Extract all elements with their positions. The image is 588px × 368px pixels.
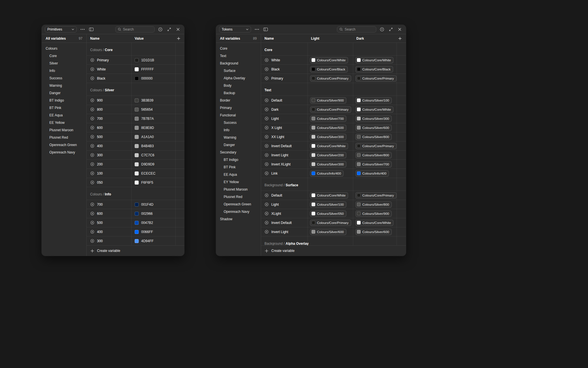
token-pill[interactable]: Colours/Core/White (310, 57, 348, 63)
sidebar-item-core[interactable]: Core (42, 52, 86, 60)
expand-button[interactable] (166, 27, 172, 32)
close-button[interactable] (175, 27, 181, 32)
sidebar-item-warning[interactable]: Warning (42, 82, 86, 89)
name-cell[interactable]: Light (261, 202, 308, 207)
variable-row[interactable]: Invert DefaultColours/Core/PrimaryColour… (261, 218, 406, 227)
name-cell[interactable]: 500 (87, 221, 131, 225)
sidebar-item-alpha-overlay[interactable]: Alpha Overlay (216, 74, 261, 82)
variable-row[interactable]: DefaultColours/Silver/900Colours/Silver/… (261, 96, 406, 105)
token-pill[interactable]: Colours/Silver/600 (310, 229, 346, 235)
all-variables-item[interactable]: All variables 89 (216, 34, 261, 43)
create-variable-button[interactable]: Create variable (261, 245, 406, 256)
sidebar-item-ee-aqua[interactable]: EE Aqua (42, 112, 86, 119)
name-cell[interactable]: Invert Default (261, 221, 308, 225)
variable-row[interactable]: 400B4B4B3 (87, 141, 184, 151)
token-pill[interactable]: Colours/Info/400 (310, 170, 343, 177)
name-cell[interactable]: 050 (87, 180, 131, 185)
name-cell[interactable]: Invert XLight (261, 162, 308, 166)
token-pill[interactable]: Colours/Silver/700 (355, 161, 392, 167)
sidebar-item-ey-yellow[interactable]: EY Yellow (216, 178, 261, 186)
token-pill[interactable]: Colours/Silver/100 (355, 97, 392, 104)
token-pill[interactable]: Colours/Silver/800 (355, 152, 392, 158)
variable-row[interactable]: XLightColours/Silver/050Colours/Silver/9… (261, 209, 406, 218)
value-cell[interactable]: B4B4B3 (131, 144, 175, 148)
token-pill[interactable]: Colours/Silver/300 (310, 134, 346, 140)
variable-row[interactable]: 9003B3B39 (87, 96, 184, 105)
sidebar-item-colours[interactable]: Colours (42, 45, 86, 52)
name-cell[interactable]: 700 (87, 202, 131, 207)
variable-row[interactable]: 700001F4D (87, 200, 184, 209)
sidebar-item-openreach-green[interactable]: Openreach Green (42, 141, 86, 149)
value-cell[interactable]: 000000 (131, 76, 175, 80)
add-variable-button[interactable] (175, 36, 182, 41)
value-cell[interactable]: 565654 (131, 108, 175, 112)
token-pill[interactable]: Colours/Silver/050 (310, 211, 346, 217)
name-cell[interactable]: 600 (87, 211, 131, 216)
name-cell[interactable]: Dark (261, 107, 308, 112)
search-box[interactable] (337, 26, 376, 33)
value-cell[interactable]: 4D94FF (131, 239, 175, 243)
sidebar-item-bt-indigo[interactable]: BT Indigo (42, 97, 86, 104)
token-pill[interactable]: Colours/Core/Primary (355, 75, 397, 82)
sidebar-item-plusnet-maroon[interactable]: Plusnet Maroon (42, 126, 86, 134)
variable-row[interactable]: 050F6F6F5 (87, 178, 184, 187)
value-cell[interactable]: 7B7B7A (131, 117, 175, 121)
sidebar-item-openreach-navy[interactable]: Openreach Navy (42, 149, 86, 156)
more-menu-button[interactable] (79, 27, 86, 32)
value-cell[interactable]: 0047B2 (131, 221, 175, 225)
name-cell[interactable]: 500 (87, 135, 131, 139)
sidebar-item-openreach-green[interactable]: Openreach Green (216, 201, 261, 208)
value-cell[interactable]: ECECEC (131, 171, 175, 175)
name-cell[interactable]: Primary (87, 58, 131, 62)
sidebar-item-plusnet-maroon[interactable]: Plusnet Maroon (216, 186, 261, 193)
variable-row[interactable]: 200D9D9D9 (87, 160, 184, 169)
name-cell[interactable]: White (87, 67, 131, 71)
variable-row[interactable]: Invert LightColours/Silver/200Colours/Si… (261, 151, 406, 160)
token-pill[interactable]: Colours/Core/Primary (355, 192, 397, 199)
token-pill[interactable]: Colours/Silver/800 (355, 134, 392, 140)
value-cell[interactable]: 8E8E8D (131, 126, 175, 130)
token-pill[interactable]: Colours/Silver/600 (355, 125, 392, 131)
value-cell[interactable]: 1D1D1B (131, 58, 175, 62)
token-pill[interactable]: Colours/Silver/200 (310, 152, 346, 158)
variable-row[interactable]: DefaultColours/Core/WhiteColours/Core/Pr… (261, 191, 406, 200)
value-cell[interactable]: 3B3B39 (131, 98, 175, 102)
value-cell[interactable]: FFFFFF (131, 67, 175, 71)
token-pill[interactable]: Colours/Silver/500 (310, 125, 346, 131)
token-pill[interactable]: Colours/Core/Primary (310, 75, 351, 82)
more-menu-button[interactable] (254, 27, 260, 32)
variable-row[interactable]: Primary1D1D1B (87, 56, 184, 65)
sidebar-item-core[interactable]: Core (216, 45, 261, 52)
collection-dropdown[interactable]: Tokens (219, 26, 251, 33)
token-pill[interactable]: Colours/Core/White (355, 106, 393, 113)
name-cell[interactable]: Link (261, 171, 308, 175)
create-variable-button[interactable]: Create variable (87, 245, 184, 256)
token-pill[interactable]: Colours/Silver/900 (355, 211, 392, 217)
variable-row[interactable]: Invert XLightColours/Silver/300Colours/S… (261, 160, 406, 169)
variable-row[interactable]: X LightColours/Silver/500Colours/Silver/… (261, 123, 406, 132)
name-cell[interactable]: 600 (87, 126, 131, 130)
name-cell[interactable]: White (261, 58, 308, 62)
sidebar-item-danger[interactable]: Danger (42, 89, 86, 97)
name-cell[interactable]: Black (87, 76, 131, 80)
sidebar-item-ee-aqua[interactable]: EE Aqua (216, 171, 261, 178)
name-cell[interactable]: Invert Light (261, 230, 308, 234)
token-pill[interactable]: Colours/Core/Black (355, 66, 393, 72)
sidebar-item-ee-yellow[interactable]: EE Yellow (42, 119, 86, 126)
sidebar-item-surface[interactable]: Surface (216, 67, 261, 74)
sidebar-item-danger[interactable]: Danger (216, 141, 261, 149)
variable-row[interactable]: 100ECECEC (87, 169, 184, 178)
add-variable-button[interactable] (397, 36, 403, 41)
variable-row[interactable]: WhiteColours/Core/WhiteColours/Core/Whit… (261, 56, 406, 65)
token-pill[interactable]: Colours/Silver/900 (310, 97, 346, 104)
sidebar-item-warning[interactable]: Warning (216, 134, 261, 141)
filter-button[interactable] (157, 27, 163, 32)
variable-row[interactable]: 300C7C7C6 (87, 151, 184, 160)
token-pill[interactable]: Colours/Core/White (310, 143, 348, 149)
variable-row[interactable]: LightColours/Silver/100Colours/Silver/80… (261, 200, 406, 209)
sidebar-item-bt-indigo[interactable]: BT Indigo (216, 156, 261, 163)
token-pill[interactable]: Colours/Silver/300 (310, 161, 346, 167)
variable-row[interactable]: LightColours/Silver/700Colours/Silver/30… (261, 114, 406, 123)
token-pill[interactable]: Colours/Info/400 (355, 170, 389, 177)
sidebar-item-plusnet-red[interactable]: Plusnet Red (216, 193, 261, 201)
